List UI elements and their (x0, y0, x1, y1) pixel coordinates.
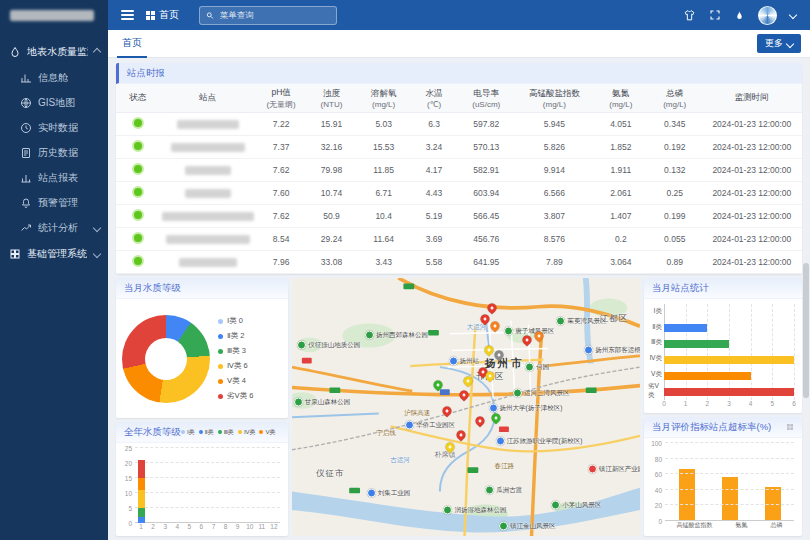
topbar-actions (683, 6, 796, 25)
legend-item-Ⅳ类[interactable]: Ⅳ类 (238, 428, 256, 437)
chart-toolbox-icon[interactable] (786, 423, 794, 431)
station-cell (159, 251, 256, 274)
legend-item-Ⅲ类[interactable]: Ⅲ类 (218, 428, 234, 437)
tab-home[interactable]: 首页 (117, 30, 147, 58)
x-tick-label: 2 (147, 523, 159, 533)
map-poi-刘集工业园: 刘集工业园 (367, 489, 411, 498)
sidebar-item-信息舱[interactable]: 信息舱 (0, 65, 108, 90)
legend-dot (259, 430, 263, 434)
sidebar-item-label: GIS地图 (38, 96, 75, 110)
value-cell: 15.91 (306, 113, 356, 136)
poi-label: 小茅山风景区 (562, 501, 601, 510)
sidebar-menu: 地表水质量监测系统信息舱GIS地图实时数据历史数据站点报表预警管理统计分析基础管… (0, 30, 108, 267)
column-header-高锰酸盐指数: 高锰酸盐指数(mg/L) (515, 84, 594, 113)
sidebar-group-基础管理系统[interactable]: 基础管理系统 (0, 240, 108, 267)
sidebar-item-GIS地图[interactable]: GIS地图 (0, 90, 108, 115)
map-marker-red[interactable] (458, 389, 471, 402)
value-cell: 6.71 (357, 182, 411, 205)
legend-item-Ⅱ类[interactable]: Ⅱ类 (199, 428, 214, 437)
app-logo (0, 0, 108, 30)
x-tick-label: 6 (792, 400, 796, 407)
legend-item-Ⅴ类[interactable]: Ⅴ类 4 (218, 376, 253, 386)
status-cell (116, 159, 159, 182)
legend-item-Ⅴ类[interactable]: Ⅴ类 (259, 428, 275, 437)
status-dot-online (132, 186, 144, 198)
sidebar-group-地表水质量监测系统[interactable]: 地表水质量监测系统 (0, 38, 108, 65)
legend-item-Ⅰ类[interactable]: Ⅰ类 (181, 428, 195, 437)
legend-item-Ⅰ类[interactable]: Ⅰ类 0 (218, 316, 253, 326)
gis-map[interactable]: 扬州市江都区邗江区仪征市朴席镇沪陕高速宁启线春江路大运河古运河扬州西郊森林公园仪… (292, 278, 640, 536)
map-poi-运河三湾风景区: 运河三湾风景区 (513, 388, 570, 397)
map-marker-red[interactable] (486, 301, 499, 314)
map-marker-red[interactable] (454, 429, 467, 442)
scrollbar-thumb[interactable] (803, 263, 809, 398)
table-row: 7.3732.1615.533.24570.135.8261.8520.1922… (116, 136, 802, 159)
more-button[interactable]: 更多 (757, 34, 801, 53)
legend-dot (218, 430, 222, 434)
legend-label: 劣Ⅴ类 6 (227, 391, 253, 401)
page-scrollbar[interactable] (803, 58, 809, 538)
bar-segment-Ⅲ类 (138, 508, 145, 517)
map-marker-green[interactable] (432, 379, 445, 392)
value-cell: 5.58 (411, 251, 458, 274)
tab-bar: 首页 更多 (108, 30, 810, 58)
legend-label: Ⅲ类 (224, 428, 234, 437)
map-poi-扬州站: 扬州站 (449, 356, 480, 365)
user-avatar[interactable] (758, 6, 777, 25)
nav-home[interactable]: 首页 (146, 8, 179, 22)
map-label-仪征市: 仪征市 (316, 468, 345, 480)
legend-item-Ⅱ类[interactable]: Ⅱ类 2 (218, 331, 253, 341)
sidebar-item-站点报表[interactable]: 站点报表 (0, 165, 108, 190)
legend-dot (218, 349, 223, 354)
map-marker-green[interactable] (489, 412, 502, 425)
globe-icon (20, 97, 32, 109)
value-cell: 0.132 (648, 159, 702, 182)
map-marker-red[interactable] (440, 404, 453, 417)
sidebar-item-历史数据[interactable]: 历史数据 (0, 140, 108, 165)
station-name-redacted (185, 189, 231, 198)
panel-exceed-rate: 当月评价指标站点超标率(%) 020406080100高锰酸盐指数氨氮总磷 (644, 417, 802, 536)
flame-icon[interactable] (734, 9, 745, 22)
value-cell: 0.89 (648, 251, 702, 274)
year-stacked-chart: 0510152025123456789101112 (116, 443, 288, 536)
map-marker-red[interactable] (474, 415, 487, 428)
legend-dot (218, 334, 223, 339)
map-marker-orange[interactable] (489, 319, 502, 332)
menu-toggle-icon[interactable] (108, 14, 146, 16)
sidebar-group-label: 地表水质量监测系统 (27, 45, 88, 59)
trend-icon (20, 222, 32, 234)
map-marker-yellow[interactable] (461, 375, 474, 388)
panel-exceed-rate-header: 当月评价指标站点超标率(%) (644, 417, 802, 438)
x-tick-label: 0 (662, 400, 666, 407)
legend-label: Ⅱ类 2 (227, 331, 244, 341)
droplet-icon (9, 46, 21, 58)
legend-item-Ⅲ类[interactable]: Ⅲ类 3 (218, 346, 253, 356)
chevron-down-icon (93, 223, 101, 231)
bar-劣Ⅴ类 (664, 388, 794, 396)
panel-year-quality-header: 全年水质等级 Ⅰ类Ⅱ类Ⅲ类Ⅳ类Ⅴ类劣Ⅴ类 (116, 422, 288, 443)
y-tick-label: 25 (125, 445, 132, 452)
y-tick-label: 100 (651, 440, 662, 447)
gridline (665, 520, 794, 521)
legend-item-劣Ⅴ类[interactable]: 劣Ⅴ类 6 (218, 391, 253, 401)
value-cell: 11.85 (357, 159, 411, 182)
top-navbar: 首页 (108, 0, 810, 30)
poi-icon-green (504, 326, 513, 335)
sidebar-item-预警管理[interactable]: 预警管理 (0, 190, 108, 215)
theme-skin-icon[interactable] (683, 9, 696, 22)
value-cell: 5.826 (515, 136, 594, 159)
chevron-down-icon[interactable] (789, 11, 797, 19)
column-header-状态: 状态 (116, 84, 159, 113)
legend-dot (238, 430, 242, 434)
sidebar-item-实时数据[interactable]: 实时数据 (0, 115, 108, 140)
value-cell: 11.64 (357, 228, 411, 251)
value-cell: 7.89 (515, 251, 594, 274)
menu-search[interactable] (199, 6, 337, 25)
donut-ring (122, 315, 210, 403)
sidebar-item-统计分析[interactable]: 统计分析 (0, 215, 108, 240)
search-input[interactable] (218, 9, 330, 21)
fullscreen-icon[interactable] (709, 9, 721, 21)
legend-item-Ⅳ类[interactable]: Ⅳ类 6 (218, 361, 253, 371)
poi-icon-blue (405, 421, 414, 430)
value-cell: 2024-01-23 12:00:00 (702, 136, 802, 159)
